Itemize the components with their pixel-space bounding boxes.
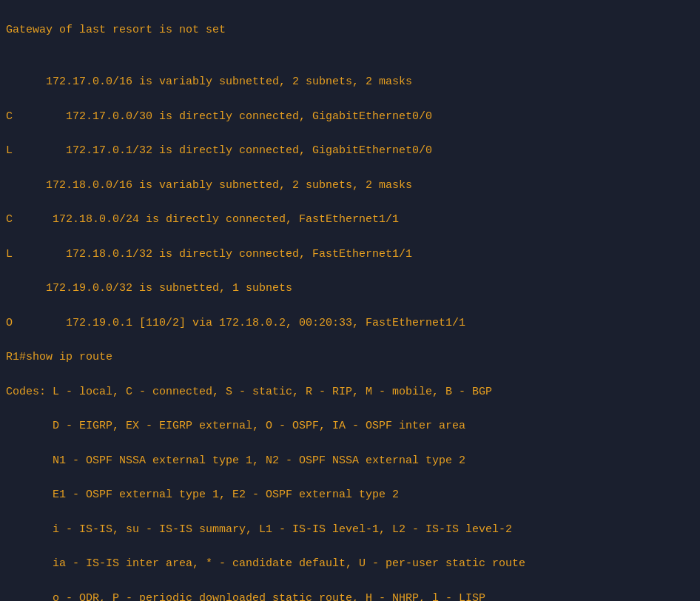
terminal-content: Gateway of last resort is not set 172.17… [6, 21, 694, 601]
terminal-line: 172.17.0.0/16 is variably subnetted, 2 s… [6, 73, 694, 90]
terminal-line: C 172.18.0.0/24 is directly connected, F… [6, 211, 694, 228]
terminal-line: Gateway of last resort is not set [6, 21, 694, 38]
terminal-line: E1 - OSPF external type 1, E2 - OSPF ext… [6, 486, 694, 503]
terminal-line: 172.18.0.0/16 is variably subnetted, 2 s… [6, 177, 694, 194]
terminal-line: C 172.17.0.0/30 is directly connected, G… [6, 108, 694, 125]
terminal-line: i - IS-IS, su - IS-IS summary, L1 - IS-I… [6, 521, 694, 538]
terminal-line: D - EIGRP, EX - EIGRP external, O - OSPF… [6, 417, 694, 434]
terminal-window[interactable]: Gateway of last resort is not set 172.17… [0, 0, 700, 601]
terminal-line: ia - IS-IS inter area, * - candidate def… [6, 555, 694, 572]
terminal-line: N1 - OSPF NSSA external type 1, N2 - OSP… [6, 452, 694, 469]
terminal-line: O 172.19.0.1 [110/2] via 172.18.0.2, 00:… [6, 315, 694, 332]
terminal-line: 172.19.0.0/32 is subnetted, 1 subnets [6, 280, 694, 297]
terminal-line: L 172.17.0.1/32 is directly connected, G… [6, 142, 694, 159]
terminal-line: o - ODR, P - periodic downloaded static … [6, 590, 694, 602]
terminal-line: R1#show ip route [6, 349, 694, 366]
terminal-line: L 172.18.0.1/32 is directly connected, F… [6, 246, 694, 263]
terminal-line: Codes: L - local, C - connected, S - sta… [6, 383, 694, 400]
